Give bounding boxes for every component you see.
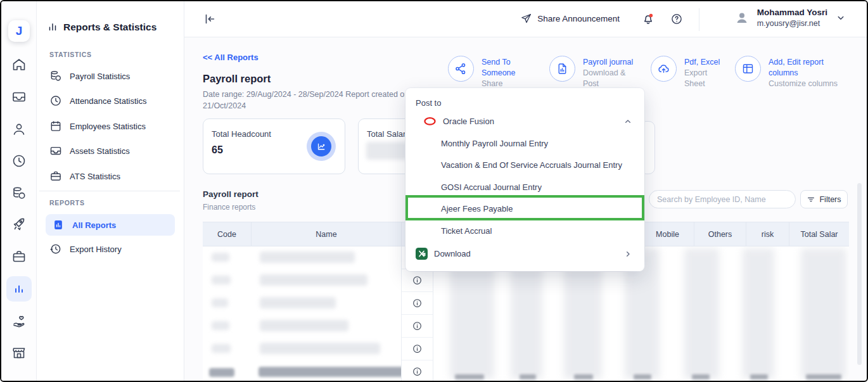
sidebar-item-ats-statistics[interactable]: ATS Statistics	[49, 170, 120, 182]
row-info-button[interactable]	[402, 315, 433, 338]
sidebar-item-payroll-statistics[interactable]: Payroll Statistics	[49, 70, 130, 82]
sidebar-item-attendance-statistics[interactable]: Attendance Statistics	[49, 94, 146, 107]
reports-sidebar: Reports & Statistics STATISTICS Payroll …	[37, 1, 184, 381]
menu-item-download[interactable]: Download	[405, 242, 644, 266]
reports-icon[interactable]	[11, 281, 27, 296]
menu-item-ajeer-fees-payable[interactable]: Ajeer Fees Payable	[405, 198, 644, 220]
user-email: m.yousry@jisr.net	[757, 18, 827, 29]
topbar-divider	[699, 8, 699, 31]
total-headcount-card: Total Headcount 65	[203, 118, 345, 174]
report-doc-icon	[52, 219, 65, 231]
avatar-icon	[734, 10, 750, 25]
menu-item-ticket-accrual[interactable]: Ticket Accrual	[405, 220, 644, 242]
column-header-total-salary[interactable]: Total Salar	[789, 222, 849, 246]
row-info-button[interactable]	[402, 360, 433, 381]
page-title: Payroll report	[203, 73, 271, 85]
sidebar-item-export-history[interactable]: Export History	[49, 243, 122, 255]
marketplace-icon[interactable]	[11, 345, 27, 360]
oracle-fusion-group[interactable]: Oracle Fusion	[405, 110, 644, 132]
menu-item-monthly-payroll-journal[interactable]: Monthly Payroll Journal Entry	[405, 132, 644, 155]
row-info-button[interactable]	[402, 292, 433, 315]
blurred-cell	[684, 248, 719, 379]
filters-label: Filters	[819, 195, 841, 204]
clock-icon	[49, 94, 62, 107]
action-title: Pdf, Excel	[684, 57, 724, 68]
chevron-up-icon	[623, 117, 633, 127]
calendar-icon	[49, 120, 62, 132]
menu-item-vacation-eos-accruals[interactable]: Vacation & End Of Service Accruals Journ…	[405, 155, 644, 177]
share-report-action[interactable]: Send To Someone Share	[448, 56, 533, 89]
sidebar-divider	[39, 191, 180, 191]
payroll-icon[interactable]	[11, 186, 27, 201]
post-to-label: Post to	[405, 95, 644, 110]
tray-icon	[49, 144, 62, 157]
back-to-all-reports-link[interactable]: << All Reports	[203, 53, 258, 62]
date-range-text: Date range: 29/Aug/2024 - 28/Sep/2024 Re…	[203, 89, 426, 111]
post-to-dropdown: Post to Oracle Fusion Monthly Payroll Jo…	[405, 88, 644, 271]
statistics-section-label: STATISTICS	[49, 51, 92, 58]
vertical-scrollbar[interactable]	[857, 183, 862, 365]
bar-chart-icon	[47, 22, 58, 33]
action-title: Payroll journal	[583, 57, 643, 68]
action-subtitle: Export Sheet	[684, 68, 724, 89]
info-icon	[412, 275, 423, 286]
icon-rail: J	[1, 1, 37, 381]
rocket-icon[interactable]	[11, 217, 27, 232]
collapse-sidebar-icon[interactable]	[203, 12, 217, 26]
user-menu[interactable]: Mohammad Yosri m.yousry@jisr.net	[734, 7, 846, 29]
filters-button[interactable]: Filters	[800, 190, 848, 208]
column-header-others[interactable]: Others	[694, 222, 746, 246]
payroll-journal-action[interactable]: Payroll journal Download & Post	[549, 56, 643, 89]
info-icon	[412, 343, 423, 354]
table-section-subtitle: Finance reports	[203, 203, 255, 212]
people-icon[interactable]	[11, 122, 27, 137]
briefcase-icon[interactable]	[11, 249, 27, 264]
user-name: Mohammad Yosri	[757, 7, 827, 18]
search-input[interactable]	[649, 190, 796, 208]
row-info-button[interactable]	[402, 338, 433, 360]
line-chart-icon[interactable]	[307, 132, 336, 161]
blurred-cell	[743, 248, 774, 379]
row-info-button[interactable]	[402, 269, 433, 292]
chevron-right-icon	[623, 249, 633, 259]
reports-section-label: REPORTS	[49, 199, 85, 207]
chevron-down-icon	[835, 12, 846, 23]
column-header-name[interactable]: Name	[252, 222, 402, 246]
export-sheet-action[interactable]: Pdf, Excel Export Sheet	[651, 56, 724, 89]
inbox-icon[interactable]	[11, 89, 27, 105]
menu-item-gosi-accrual[interactable]: GOSI Accrual Journal Entry	[405, 176, 644, 198]
cloud-upload-icon	[651, 56, 677, 82]
info-icon	[412, 366, 423, 377]
info-icon	[412, 298, 423, 309]
employee-search	[649, 190, 796, 208]
action-subtitle: Customize columns	[769, 79, 848, 89]
history-icon	[49, 243, 62, 255]
share-icon	[448, 56, 474, 82]
column-header-mobile[interactable]: Mobile	[641, 222, 694, 246]
home-icon[interactable]	[11, 57, 27, 72]
sidebar-title: Reports & Statistics	[47, 22, 156, 33]
filter-icon	[807, 195, 815, 204]
benefits-icon[interactable]	[11, 314, 27, 329]
action-title: Add, Edit report columns	[769, 57, 848, 79]
action-title: Send To Someone	[482, 57, 533, 79]
excel-icon	[416, 248, 428, 260]
time-icon[interactable]	[11, 153, 27, 169]
column-header-code[interactable]: Code	[203, 222, 252, 246]
sidebar-item-all-reports[interactable]: All Reports	[52, 219, 116, 231]
customize-columns-action[interactable]: Add, Edit report columns Customize colum…	[735, 56, 848, 89]
blurred-cell	[801, 248, 846, 379]
share-announcement-button[interactable]: Share Announcement	[520, 13, 620, 25]
sidebar-item-assets-statistics[interactable]: Assets Statistics	[49, 144, 130, 157]
jisr-logo[interactable]: J	[8, 20, 30, 42]
help-icon[interactable]	[670, 13, 683, 25]
sidebar-item-employees-statistics[interactable]: Employees Statistics	[49, 120, 146, 132]
action-subtitle: Download & Post	[583, 68, 643, 89]
column-header-risk[interactable]: risk	[746, 222, 789, 246]
card-value: 65	[212, 144, 223, 156]
card-label: Total Salar	[367, 129, 405, 139]
info-icon	[412, 321, 423, 331]
oracle-icon	[423, 117, 437, 126]
bell-icon[interactable]	[641, 12, 655, 26]
card-label: Total Headcount	[212, 129, 271, 139]
